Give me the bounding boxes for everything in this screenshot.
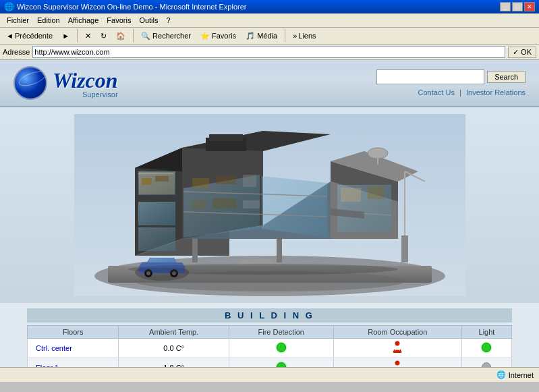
row-occupation: [333, 339, 461, 358]
row-fire: [229, 339, 333, 358]
status-zone-label: Internet: [509, 371, 534, 379]
svg-rect-26: [243, 200, 260, 208]
status-internet: 🌐 Internet: [497, 370, 534, 379]
svg-rect-32: [341, 188, 361, 202]
col-occupation: Room Occupation: [333, 326, 461, 339]
svg-rect-35: [209, 134, 243, 141]
fire-indicator: [277, 343, 286, 352]
address-label: Adresse: [3, 48, 30, 56]
svg-rect-9: [138, 202, 175, 225]
search-input[interactable]: [376, 69, 484, 84]
investor-relations-link[interactable]: Investor Relations: [466, 88, 526, 96]
data-table: Floors Ambient Temp. Fire Detection Room…: [27, 325, 512, 367]
forward-button[interactable]: ►: [59, 30, 73, 41]
favorites-button[interactable]: ⭐ Favoris: [197, 30, 239, 42]
occupation-indicator: [391, 347, 403, 356]
menu-bar: Fichier Edition Affichage Favoris Outils…: [0, 13, 539, 28]
search-toolbar-button[interactable]: 🔍 Rechercher: [138, 30, 194, 42]
svg-rect-33: [368, 187, 385, 199]
logo-globe-icon: [13, 66, 47, 100]
menu-fichier[interactable]: Fichier: [3, 15, 33, 26]
site-header: Wizcon Supervisor Search Contact Us | In…: [0, 60, 539, 107]
col-fire: Fire Detection: [229, 326, 333, 339]
search-button[interactable]: Search: [487, 71, 526, 83]
title-bar: 🌐 Wizcon Supervisor Wizcon On-line Demo …: [0, 0, 539, 13]
row-label[interactable]: Ctrl. center: [28, 339, 119, 358]
address-bar: Adresse ✓ OK: [0, 45, 539, 60]
refresh-button[interactable]: ↻: [97, 30, 110, 42]
search-area: Search Contact Us | Investor Relations: [376, 69, 526, 96]
svg-rect-53: [401, 235, 408, 262]
svg-rect-25: [212, 198, 236, 208]
toolbar: ◄ Précédente ► ✕ ↻ 🏠 🔍 Rechercher ⭐ Favo…: [0, 28, 539, 45]
col-floors: Floors: [28, 326, 119, 339]
table-header-row: Floors Ambient Temp. Fire Detection Room…: [28, 326, 512, 339]
toolbar-separator: [77, 29, 78, 43]
svg-marker-18: [262, 176, 327, 237]
svg-rect-13: [155, 176, 169, 181]
col-temp: Ambient Temp.: [119, 326, 229, 339]
table-section: B U I L D I N G Floors Ambient Temp. Fir…: [0, 303, 539, 367]
menu-favoris[interactable]: Favoris: [103, 15, 135, 26]
row-temp: 0.0 C°: [119, 339, 229, 358]
internet-icon: 🌐: [497, 370, 506, 379]
toolbar-separator3: [285, 29, 285, 43]
row-light: [461, 358, 511, 368]
building-svg: [74, 114, 465, 296]
row-occupation: [333, 358, 461, 368]
light-indicator: [482, 362, 491, 367]
fire-indicator: [277, 362, 286, 367]
building-image: [74, 114, 465, 296]
svg-rect-22: [216, 176, 236, 184]
maximize-button[interactable]: □: [512, 2, 523, 11]
search-row: Search: [376, 69, 526, 84]
light-indicator: [482, 343, 491, 352]
svg-rect-21: [192, 178, 209, 188]
back-button[interactable]: ◄ Précédente: [3, 30, 56, 41]
address-input[interactable]: [32, 46, 505, 58]
svg-rect-23: [243, 175, 256, 187]
table-row: Ctrl. center0.0 C°: [28, 339, 512, 358]
svg-rect-39: [192, 239, 198, 262]
close-button[interactable]: ✕: [524, 2, 535, 11]
building-area: [0, 107, 539, 303]
page-content: Wizcon Supervisor Search Contact Us | In…: [0, 60, 539, 367]
svg-rect-24: [192, 200, 206, 208]
row-temp: 1.8 C°: [119, 358, 229, 368]
svg-point-58: [395, 361, 400, 366]
row-fire: [229, 358, 333, 368]
logo-area: Wizcon Supervisor: [13, 66, 118, 100]
stop-button[interactable]: ✕: [82, 30, 94, 42]
menu-help[interactable]: ?: [163, 15, 175, 26]
logo-text: Wizcon: [53, 68, 118, 92]
menu-affichage[interactable]: Affichage: [64, 15, 103, 26]
svg-rect-12: [142, 178, 152, 185]
toolbar-separator2: [133, 29, 134, 43]
home-button[interactable]: 🏠: [113, 30, 129, 42]
minimize-button[interactable]: _: [500, 2, 511, 11]
media-button[interactable]: 🎵 Média: [242, 30, 281, 42]
svg-point-54: [128, 264, 398, 275]
col-light: Light: [461, 326, 511, 339]
row-label[interactable]: Floor 1: [28, 358, 119, 368]
menu-edition[interactable]: Edition: [33, 15, 64, 26]
svg-rect-40: [277, 239, 282, 262]
status-bar: 🌐 Internet: [0, 367, 539, 382]
nav-links: Contact Us | Investor Relations: [418, 88, 526, 96]
go-button[interactable]: ✓ OK: [508, 47, 536, 58]
menu-outils[interactable]: Outils: [135, 15, 162, 26]
browser-icon: 🌐: [4, 2, 14, 11]
window-title: Wizcon Supervisor Wizcon On-line Demo - …: [17, 3, 247, 11]
nav-separator: |: [459, 88, 461, 96]
svg-rect-10: [138, 227, 175, 251]
links-toolbar-button[interactable]: » Liens: [289, 30, 319, 41]
contact-us-link[interactable]: Contact Us: [418, 88, 455, 96]
table-title: B U I L D I N G: [27, 308, 512, 323]
svg-marker-45: [148, 258, 175, 262]
svg-point-55: [395, 341, 400, 346]
row-light: [461, 339, 511, 358]
table-row: Floor 11.8 C°: [28, 358, 512, 368]
